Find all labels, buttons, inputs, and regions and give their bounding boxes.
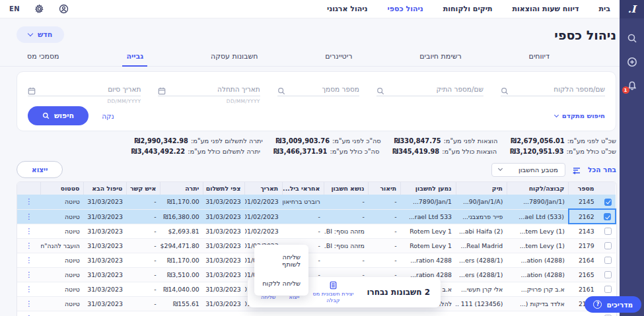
guides-button[interactable]: מדריכים ?	[585, 296, 641, 313]
tab[interactable]: ריטיינרים	[321, 49, 356, 66]
date-format-hint: DD/MM/YYYY	[158, 98, 260, 104]
tab[interactable]: רשימת חיובים	[415, 49, 465, 66]
cell-file[interactable]: ...90/Jan/1/A)	[463, 198, 503, 205]
row-checkbox[interactable]	[604, 228, 612, 235]
user-profile-icon[interactable]	[59, 4, 69, 14]
search-icon[interactable]	[627, 33, 637, 44]
search-input[interactable]	[285, 85, 359, 93]
row-checkbox[interactable]	[604, 213, 611, 220]
search-input[interactable]	[36, 85, 141, 93]
cell-group-client[interactable]: ...7890/Jan/1)	[523, 198, 565, 205]
col-group-client[interactable]: קבוצה/לקוח	[507, 182, 569, 195]
col-status[interactable]: סטטוס	[41, 182, 84, 195]
search-input[interactable]	[166, 85, 260, 93]
tab[interactable]: מסמכי מס	[23, 49, 63, 66]
search-field	[501, 80, 605, 104]
export-button[interactable]: ייצוא	[17, 161, 63, 178]
search-field: DD/MM/YYYY	[158, 80, 260, 104]
col-number[interactable]: מספר	[569, 182, 598, 195]
date-format-hint	[501, 98, 605, 104]
col-balance[interactable]: יתרה	[161, 182, 203, 195]
calendar-icon[interactable]	[28, 85, 36, 93]
row-checkbox[interactable]	[604, 286, 612, 293]
cell-description: -	[369, 253, 401, 267]
cell-file[interactable]: ... 111 (123456)	[456, 300, 503, 307]
gear-icon[interactable]	[34, 4, 44, 14]
col-date[interactable]: תאריך	[245, 182, 283, 195]
col-billing-responsible[interactable]: אחראי ביל...	[283, 182, 324, 195]
nav-item[interactable]: דיווח שעות והוצאות	[513, 5, 579, 13]
row-menu-kebab-icon[interactable]	[17, 209, 41, 224]
cell-file[interactable]: אלי קרן תעשי...	[461, 286, 503, 293]
menu-item-send-to-client[interactable]: שליחה ללקוח	[254, 274, 308, 293]
add-circle-icon[interactable]	[627, 57, 637, 67]
row-menu-kebab-icon[interactable]	[17, 296, 41, 311]
cell-group-client[interactable]: ...ation (4288)	[521, 271, 565, 278]
row-checkbox[interactable]	[604, 271, 612, 278]
search-button[interactable]: חיפוש	[28, 106, 89, 125]
row-menu-kebab-icon[interactable]	[17, 224, 41, 238]
create-tax-invoice-action[interactable]: יצירת חשבונית מס קבלה	[312, 281, 353, 304]
tab[interactable]: חשבונות עסקה	[207, 49, 262, 66]
table-row[interactable]: 2162 ...ael Ltd (533) פייר פרמצבני... ..…	[17, 209, 616, 224]
table-row[interactable]: 2145 ...7890/Jan/1) ...90/Jan/1/A) ...78…	[17, 195, 616, 209]
cell-file[interactable]: ...Real Madrid	[460, 242, 503, 249]
cell-file[interactable]: ...ers (4288/1)	[459, 257, 503, 264]
tab[interactable]: דיווחים	[525, 49, 554, 66]
row-menu-kebab-icon[interactable]	[17, 267, 41, 282]
cell-group-client[interactable]: ...tem Levy (1)	[520, 228, 565, 235]
col-description[interactable]: תיאור	[369, 182, 401, 195]
row-menu-kebab-icon[interactable]	[17, 282, 41, 296]
cell-group-client[interactable]: ...ation (4288)	[521, 257, 565, 264]
table-row[interactable]: 2164 ...ation (4288) ...ers (4288/1) ...…	[17, 253, 616, 267]
cell-next-treatment: 31/03/2023	[84, 224, 127, 238]
col-file[interactable]: תיק	[456, 182, 507, 195]
row-menu-kebab-icon[interactable]	[17, 311, 41, 316]
cell-file[interactable]: פייר פרמצבני...	[462, 213, 503, 220]
cell-file[interactable]: ...ers (4288/1)	[459, 271, 503, 278]
search-input[interactable]	[384, 85, 483, 93]
summary-item: יתרה לתשלום כולל מע"מ: ₪3,443,492.22	[131, 146, 260, 157]
select-all-link[interactable]: בחר הכל	[588, 166, 616, 174]
col-contact[interactable]: איש קשר	[127, 182, 161, 195]
filter-lines-icon[interactable]	[572, 165, 581, 174]
clear-button[interactable]: נקה	[102, 112, 114, 120]
tab[interactable]: גבייה	[122, 49, 147, 67]
cell-group-client[interactable]: א.ב קרן פרויק...	[521, 286, 565, 293]
col-account-subject[interactable]: נושא חשבון	[324, 182, 369, 195]
search-icon	[277, 85, 285, 93]
nav-item[interactable]: ניהול ארגוני	[327, 5, 368, 13]
app-logo[interactable]: I.	[620, 0, 644, 18]
col-expected-payment[interactable]: צפי לתשלום	[203, 182, 245, 195]
account-currency-dropdown[interactable]: מטבע החשבון	[491, 163, 565, 177]
cell-billing-responsible: רוברט ברחיאון	[283, 198, 320, 205]
nav-item[interactable]: בית	[599, 5, 610, 13]
calendar-icon[interactable]	[158, 85, 166, 93]
search-input[interactable]	[509, 85, 605, 93]
table-row[interactable]: 2179 ...tem Levy (1) ...Real Madrid Rote…	[17, 238, 616, 253]
nav-item[interactable]: ניהול כספי	[388, 5, 423, 13]
cell-file[interactable]: ...abi Haifa (2)	[459, 228, 503, 235]
cell-group-client[interactable]: ...tem Levy (1)	[520, 242, 565, 249]
col-invoice-recipient[interactable]: נמען לחשבון	[401, 182, 456, 195]
menu-item-send-to-partner[interactable]: שליחה לשותף	[254, 247, 308, 274]
table-row[interactable]: 2121 אשדוד 2000 (... אשדוד 2000 (... אשד…	[17, 311, 616, 316]
row-menu-kebab-icon[interactable]	[17, 238, 41, 253]
row-checkbox[interactable]	[604, 199, 612, 206]
col-next-treatment[interactable]: טיפול הבא	[84, 182, 127, 195]
row-checkbox[interactable]	[604, 242, 612, 249]
table-row[interactable]: 2143 ...tem Levy (1) ...abi Haifa (2) Ro…	[17, 224, 616, 238]
cell-group-client[interactable]: ...ael Ltd (533)	[519, 213, 564, 220]
new-button[interactable]: חדש	[17, 26, 64, 43]
nav-item[interactable]: תיקים ולקוחות	[443, 5, 493, 13]
language-switch[interactable]: EN	[9, 5, 20, 13]
summary-item: סה"כ כולל מע"מ: ₪3,466,371.91	[273, 146, 379, 157]
cell-group-client[interactable]: אלדד בדיקות (...	[520, 300, 565, 307]
notifications-bell-icon[interactable]: 1	[627, 80, 637, 91]
row-checkbox[interactable]	[604, 257, 612, 264]
date-format-hint: DD/MM/YYYY	[28, 98, 141, 104]
advanced-search-link[interactable]: חיפוש מתקדם	[555, 112, 605, 119]
search-icon	[376, 85, 384, 93]
row-menu-kebab-icon[interactable]	[17, 195, 41, 209]
row-menu-kebab-icon[interactable]	[17, 253, 41, 267]
